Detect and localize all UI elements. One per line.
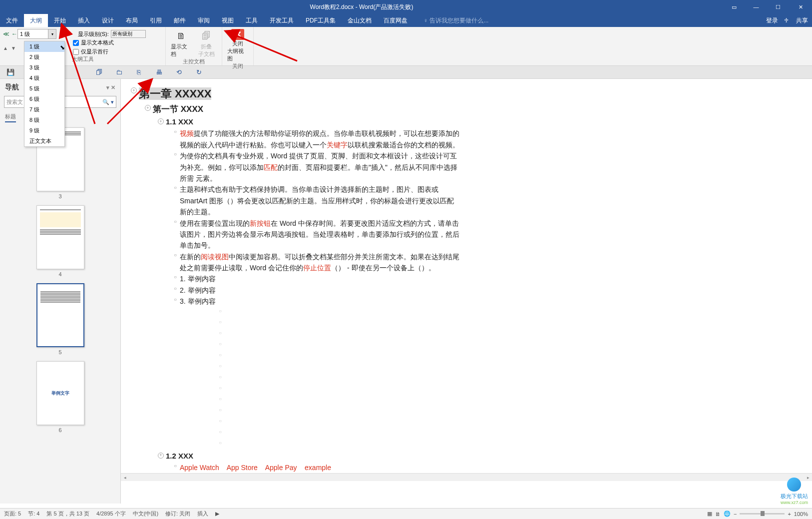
nav-tab-headings[interactable]: 标题 (5, 112, 16, 122)
body-paragraph[interactable]: 在新的阅读视图中阅读更加容易。可以折叠文档某些部分并关注所需文本。如果在达到结尾… (180, 251, 459, 274)
zoom-slider[interactable] (740, 513, 785, 515)
document-area[interactable]: +第一章 XXXXX +第一节 XXXX +1.1 XXX 视频提供了功能强大的… (121, 79, 812, 504)
level-option-7[interactable]: 7 级 (24, 104, 64, 115)
tab-baidupan[interactable]: 百度网盘 (378, 14, 413, 27)
heading-3[interactable]: 1.2 XXX (166, 450, 193, 462)
tab-references[interactable]: 引用 (144, 14, 168, 27)
status-track-changes[interactable]: 修订: 关闭 (165, 510, 190, 518)
qat-btn-2[interactable]: 🗀 (113, 67, 124, 77)
maximize-button[interactable]: ☐ (767, 0, 789, 14)
status-section[interactable]: 节: 4 (28, 510, 39, 518)
move-down-button[interactable]: ▼ (11, 45, 16, 51)
tell-me-input[interactable]: ♀ 告诉我您想要做什么... (423, 16, 488, 25)
level-option-9[interactable]: 9 级 (24, 125, 64, 136)
tab-mailings[interactable]: 邮件 (168, 14, 192, 27)
view-read-mode-button[interactable]: ▦ (707, 511, 712, 517)
status-macro-icon[interactable]: ▶ (215, 511, 219, 517)
zoom-out-button[interactable]: − (734, 511, 737, 517)
zoom-level[interactable]: 100% (794, 511, 808, 517)
thumbnail-page-4[interactable]: 4 (0, 205, 120, 277)
tab-review[interactable]: 审阅 (192, 14, 216, 27)
level-option-5[interactable]: 5 级 (24, 83, 64, 94)
level-option-2[interactable]: 2 级 (24, 52, 64, 62)
share-button[interactable]: ♱ 共享 (784, 16, 808, 25)
login-link[interactable]: 登录 (766, 16, 778, 25)
tab-design[interactable]: 设计 (96, 14, 120, 27)
heading-1[interactable]: 第一章 XXXXX (139, 87, 211, 100)
outline-level-dropdown[interactable]: 1 级 ▾ (17, 29, 56, 39)
show-formatting-checkbox[interactable] (73, 40, 79, 46)
list-item[interactable]: 2. 举例内容 (180, 285, 216, 296)
body-marker-icon (216, 428, 225, 436)
tab-tools[interactable]: 工具 (240, 14, 264, 27)
qat-btn-5[interactable]: ⟲ (173, 67, 184, 77)
expand-marker-icon[interactable]: + (145, 105, 151, 111)
horizontal-scrollbar[interactable]: ◂▸ (121, 473, 812, 481)
status-insert-mode[interactable]: 插入 (197, 510, 208, 518)
view-web-layout-button[interactable]: 🌐 (724, 511, 731, 517)
thumbnail-page-6[interactable]: 举例文字 6 (0, 361, 120, 433)
close-button[interactable]: ✕ (789, 0, 812, 14)
level-option-6[interactable]: 6 级 (24, 94, 64, 104)
qat-btn-6[interactable]: ↻ (193, 67, 204, 77)
demote-button[interactable]: → (58, 30, 64, 37)
level-option-3[interactable]: 3 级 (24, 62, 64, 73)
tab-insert[interactable]: 插入 (72, 14, 96, 27)
body-marker-icon (216, 351, 225, 359)
collapse-subdocs-button[interactable]: 🗐 折叠 子文档 (196, 29, 217, 58)
window-title: Word教程2.docx - Word(产品激活失败) (0, 3, 723, 11)
show-level-dropdown[interactable]: 所有级别 (111, 30, 146, 38)
view-print-layout-button[interactable]: 🗎 (715, 511, 721, 517)
promote-button[interactable]: ← (11, 30, 17, 37)
tab-pdftools[interactable]: PDF工具集 (300, 14, 342, 27)
save-button[interactable]: 💾 (5, 67, 16, 77)
tab-layout[interactable]: 布局 (120, 14, 144, 27)
qat-btn-4[interactable]: 🖶 (153, 67, 164, 77)
level-option-4[interactable]: 4 级 (24, 73, 64, 83)
level-option-1[interactable]: 1 级 (24, 41, 64, 52)
status-page-of[interactable]: 第 5 页，共 13 页 (46, 510, 89, 518)
status-page[interactable]: 页面: 5 (4, 510, 21, 518)
level-option-body[interactable]: 正文文本 (24, 136, 64, 146)
body-paragraph[interactable]: 为使你的文档具有专业外观，Word 提供了页眉、页脚、封面和文本框设计，这些设计… (180, 150, 459, 184)
collapse-icon: 🗐 (199, 29, 213, 43)
status-language[interactable]: 中文(中国) (133, 510, 158, 518)
show-firstline-checkbox[interactable] (73, 49, 79, 55)
move-up-button[interactable]: ▲ (3, 45, 8, 51)
show-document-button[interactable]: 🗎 显示文档 (171, 29, 192, 58)
qat-btn-3[interactable]: ⎘ (133, 67, 144, 77)
zoom-in-button[interactable]: + (788, 511, 791, 517)
body-marker-icon (216, 395, 225, 403)
tab-file[interactable]: 文件 (0, 14, 24, 27)
tab-jinshan[interactable]: 金山文档 (342, 14, 378, 27)
nav-options-button[interactable]: ▾ ✕ (106, 84, 115, 91)
tab-view[interactable]: 视图 (216, 14, 240, 27)
body-marker-icon (171, 462, 180, 470)
minimize-button[interactable]: — (745, 0, 767, 14)
expand-marker-icon[interactable]: + (131, 87, 137, 93)
list-item[interactable]: 1. 举例内容 (180, 273, 216, 284)
expand-marker-icon[interactable]: + (158, 453, 164, 459)
heading-3[interactable]: 1.1 XXX (166, 116, 193, 128)
close-outline-view-button[interactable]: ✕ 关闭 大纲视图 (227, 29, 248, 62)
status-word-count[interactable]: 4/2895 个字 (96, 510, 126, 518)
promote-to-heading1-button[interactable]: ≪ (3, 30, 9, 37)
demote-to-body-button[interactable]: ≫ (66, 30, 73, 37)
tab-home[interactable]: 开始 (48, 14, 72, 27)
qat-btn-1[interactable]: 🗍 (93, 67, 104, 77)
chevron-down-icon[interactable]: ▾ (48, 29, 56, 38)
ribbon-display-options[interactable]: ▭ (723, 0, 745, 14)
body-paragraph[interactable]: 使用在需要位置出现的新按钮在 Word 中保存时间。若要更改图片适应文档的方式，… (180, 218, 459, 251)
body-paragraph[interactable]: 主题和样式也有助于文档保持协调。当你单击设计并选择新的主题时，图片、图表或 Sm… (180, 184, 459, 217)
thumbnail-page-5[interactable]: 5 (0, 283, 120, 355)
level-option-8[interactable]: 8 级 (24, 115, 64, 125)
watermark-logo: 极光下载站 www.xz7.com (781, 478, 808, 505)
list-item[interactable]: 3. 举例内容 (180, 296, 216, 307)
heading-2[interactable]: 第一节 XXXX (153, 102, 203, 116)
tab-outline[interactable]: 大纲 (24, 14, 48, 27)
search-icon[interactable]: 🔍 ▾ (102, 99, 114, 105)
body-paragraph[interactable]: Apple Watch App Store Apple Pay example (180, 462, 331, 473)
expand-marker-icon[interactable]: + (158, 118, 164, 124)
tab-devtools[interactable]: 开发工具 (264, 14, 300, 27)
body-paragraph[interactable]: 视频提供了功能强大的方法帮助你证明你的观点。当你单击联机视频时，可以在想要添加的… (180, 128, 459, 150)
